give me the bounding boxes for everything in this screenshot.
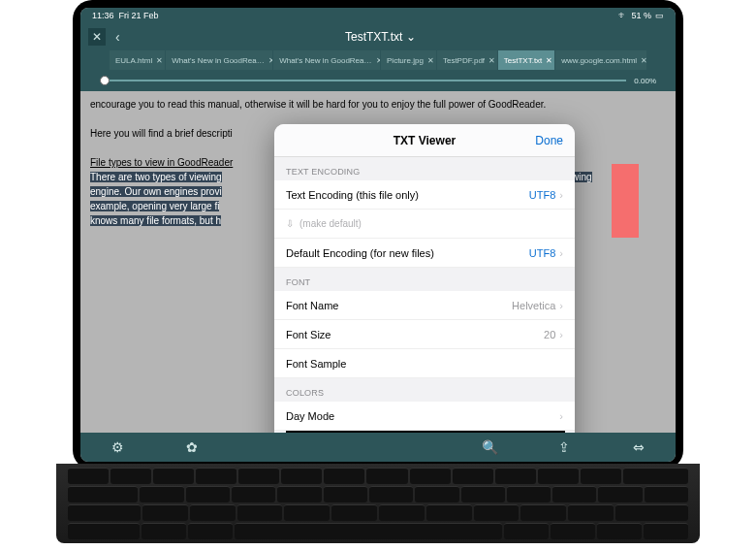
row-label: Font Name <box>286 300 512 311</box>
back-button[interactable]: ‹ <box>115 29 120 45</box>
keyboard <box>56 464 700 543</box>
tab-close-icon[interactable]: ✕ <box>546 56 552 65</box>
row-value: UTF8 <box>529 247 556 259</box>
row-font-size[interactable]: Font Size 20 › <box>274 320 575 349</box>
pin-icon: ⇩ <box>286 218 294 229</box>
tab-whatsnew-2[interactable]: What's New in GoodRea…✕ <box>273 50 380 70</box>
row-make-default[interactable]: ⇩ (make default) <box>274 210 575 239</box>
row-value: UTF8 <box>529 189 556 201</box>
chevron-right-icon: › <box>559 189 563 201</box>
row-font-name[interactable]: Font Name Helvetica › <box>274 291 575 320</box>
tab-eula[interactable]: EULA.html✕ <box>110 50 165 70</box>
chevron-right-icon: › <box>559 410 563 422</box>
row-value: Helvetica <box>512 300 555 311</box>
row-label: Font Sample <box>286 358 563 370</box>
tab-picture[interactable]: Picture.jpg✕ <box>381 50 436 70</box>
bottom-toolbar: ⚙ ✿ 🔍 ⇪ ⇔ <box>80 433 676 462</box>
section-header-font: FONT <box>274 268 575 291</box>
tab-close-icon[interactable]: ✕ <box>268 56 273 65</box>
row-value: 20 <box>544 329 555 340</box>
status-time: 11:36 <box>92 11 114 20</box>
close-button[interactable]: ✕ <box>88 28 106 46</box>
slider-track[interactable] <box>100 80 626 81</box>
battery-icon: ▭ <box>655 11 664 20</box>
nav-title[interactable]: TestTXT.txt ⌄ <box>130 30 631 44</box>
wifi-icon: ᯤ <box>618 11 627 20</box>
tab-close-icon[interactable]: ✕ <box>641 56 646 65</box>
toolbar-search-button[interactable]: 🔍 <box>475 439 504 455</box>
toolbar-share-button[interactable]: ⇪ <box>550 439 579 455</box>
ipad-frame: 11:36 Fri 21 Feb ᯤ 51 % ▭ ✕ ‹ TestTXT.tx… <box>73 0 683 469</box>
row-label: Default Encoding (for new files) <box>286 247 529 259</box>
status-bar: 11:36 Fri 21 Feb ᯤ 51 % ▭ <box>80 8 676 23</box>
row-font-sample: Font Sample <box>274 349 575 378</box>
row-default-encoding[interactable]: Default Encoding (for new files) UTF8 › <box>274 239 575 268</box>
chevron-right-icon: › <box>559 300 563 311</box>
slider-value: 0.00% <box>634 77 656 85</box>
popover-title: TXT Viewer <box>394 134 456 147</box>
popover-header: TXT Viewer Done <box>274 124 575 157</box>
tab-testpdf[interactable]: TestPDF.pdf✕ <box>437 50 497 70</box>
status-date: Fri 21 Feb <box>119 11 159 20</box>
slider-thumb[interactable] <box>100 76 110 85</box>
tab-testtxt[interactable]: TestTXT.txt✕ <box>498 50 555 70</box>
row-label: Font Size <box>286 329 544 340</box>
chevron-right-icon: › <box>559 329 563 340</box>
section-header-colors: COLORS <box>274 378 575 402</box>
screen: 11:36 Fri 21 Feb ᯤ 51 % ▭ ✕ ‹ TestTXT.tx… <box>80 8 676 462</box>
tab-close-icon[interactable]: ✕ <box>427 56 434 65</box>
row-text-encoding[interactable]: Text Encoding (this file only) UTF8 › <box>274 180 575 210</box>
toolbar-gear-button[interactable]: ✿ <box>177 439 206 455</box>
navigation-bar: ✕ ‹ TestTXT.txt ⌄ <box>80 23 676 50</box>
doc-line: encourage you to read this manual, other… <box>90 97 666 112</box>
tab-google[interactable]: www.google.com.html✕ <box>555 50 646 70</box>
tab-close-icon[interactable]: ✕ <box>156 56 163 65</box>
row-label: (make default) <box>299 218 362 229</box>
tab-whatsnew-1[interactable]: What's New in GoodRea…✕ <box>166 50 272 70</box>
done-button[interactable]: Done <box>535 134 563 147</box>
chevron-right-icon: › <box>559 247 563 259</box>
battery-label: 51 % <box>631 11 651 20</box>
toolbar-expand-button[interactable]: ⇔ <box>624 439 653 455</box>
toolbar-settings-button[interactable]: ⚙ <box>103 439 132 455</box>
tab-bar: EULA.html✕ What's New in GoodRea…✕ What'… <box>80 50 676 70</box>
section-header-encoding: TEXT ENCODING <box>274 157 575 180</box>
progress-slider[interactable]: 0.00% <box>80 70 676 91</box>
tab-close-icon[interactable]: ✕ <box>488 56 495 65</box>
tab-close-icon[interactable]: ✕ <box>376 56 381 65</box>
row-label: Day Mode <box>286 410 555 422</box>
txt-viewer-popover: TXT Viewer Done TEXT ENCODING Text Encod… <box>274 124 575 462</box>
highlight-marker <box>612 164 639 238</box>
row-label: Text Encoding (this file only) <box>286 189 529 201</box>
row-day-mode[interactable]: Day Mode › <box>274 402 575 431</box>
chevron-down-icon: ⌄ <box>406 30 416 44</box>
